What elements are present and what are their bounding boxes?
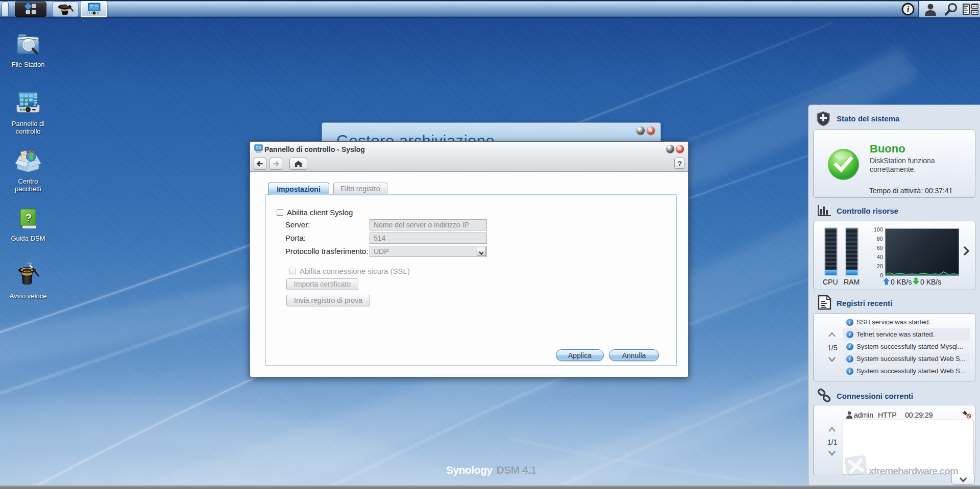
svg-text:?: ? [26, 212, 32, 223]
svg-text:i: i [907, 5, 910, 14]
